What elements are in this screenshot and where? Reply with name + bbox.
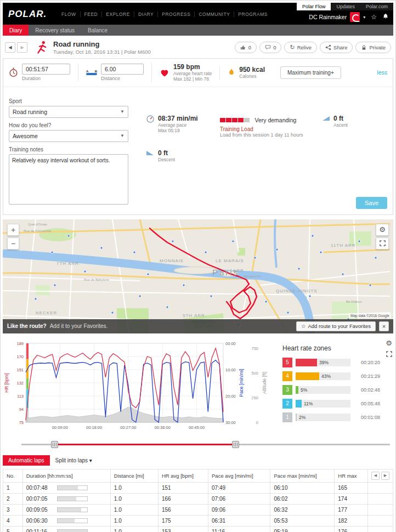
time-range-scrubber: [21, 440, 390, 450]
sport-select[interactable]: Road running▼: [9, 106, 128, 118]
lap-row-2[interactable]: 200:07:051.016607:0606:02174: [3, 493, 393, 504]
transit-dot: [232, 240, 234, 242]
heart-icon: [160, 68, 169, 77]
svg-text:00:45:00: 00:45:00: [189, 425, 205, 430]
zone-bar: 11%: [296, 400, 350, 408]
training-curves-chart[interactable]: 00:09:0000:18:0000:27:0000:36:0000:45:00…: [3, 339, 277, 439]
stat-duration: 00:51:57 Duration: [9, 64, 78, 81]
laps-scroll-left-button[interactable]: ◀: [371, 472, 380, 480]
descent-label: Descent: [158, 157, 175, 163]
laps-body: 100:07:481.015107:4906:10165200:07:051.0…: [3, 482, 393, 532]
transit-dot: [172, 240, 174, 242]
tab-automatic-laps[interactable]: Automatic laps: [3, 455, 50, 466]
svg-text:00:36:00: 00:36:00: [155, 425, 171, 430]
zone-row-2: 211%00:05:48: [282, 399, 384, 409]
add-route-to-favorites-button[interactable]: ☆ Add route to your Favorites: [296, 321, 376, 331]
share-button[interactable]: Share: [320, 42, 353, 53]
subnav-recovery-status[interactable]: Recovery status: [29, 25, 81, 36]
favorites-star-icon[interactable]: ☆: [371, 13, 377, 21]
tab-split-into-laps[interactable]: Split into laps ▾: [55, 457, 92, 463]
nav-explore[interactable]: EXPLORE: [102, 12, 134, 17]
avatar[interactable]: [350, 12, 360, 22]
site-tab-polar-flow[interactable]: Polar Flow: [297, 3, 331, 10]
like-button[interactable]: 0: [235, 42, 257, 53]
previous-session-button[interactable]: ◀: [5, 42, 15, 53]
chart-fullscreen-icon[interactable]: [386, 350, 392, 359]
session-subtitle: Tuesday, Oct 18, 2016 13:31 | Polar M600: [53, 49, 151, 55]
map-label: ARR.: [233, 268, 246, 273]
duration-label: Duration: [22, 76, 70, 81]
private-button[interactable]: Private: [355, 42, 391, 53]
map-zoom-in-button[interactable]: +: [7, 224, 19, 236]
map-label: LE MARAIS: [216, 258, 244, 263]
lap-duration-bar: [57, 507, 88, 512]
user-name[interactable]: DC Rainmaker: [309, 14, 347, 20]
subnav-diary[interactable]: Diary: [3, 25, 29, 36]
pace-value: 08:37 min/mi: [158, 115, 198, 122]
zone-row-3: 35%00:02:48: [282, 385, 384, 395]
scrubber-right-handle[interactable]: [232, 441, 239, 448]
chevron-down-icon: ▼: [120, 109, 125, 114]
save-button[interactable]: Save: [356, 197, 387, 209]
chart-settings-gear-icon[interactable]: ⚙: [386, 339, 392, 347]
polar-logo[interactable]: POLAR.: [8, 9, 47, 20]
map-zoom-out-button[interactable]: −: [7, 237, 19, 250]
nav-diary[interactable]: DIARY: [134, 12, 158, 17]
relive-button[interactable]: ↻ Relive: [284, 42, 317, 53]
lap-row-4[interactable]: 400:06:301.017506:3105:53182: [3, 515, 393, 526]
relive-icon: ↻: [290, 44, 295, 51]
transit-dot: [287, 312, 289, 314]
map-label: MONNAIE: [160, 258, 184, 263]
ascent-value: 0 ft: [333, 115, 348, 122]
training-benefit-button[interactable]: Maximum training+: [280, 66, 341, 79]
zone-percent: 39%: [319, 360, 329, 365]
close-banner-icon[interactable]: ×: [379, 321, 389, 331]
site-tab-updates[interactable]: Updates: [331, 3, 360, 10]
subnav-balance[interactable]: Balance: [81, 25, 114, 36]
load-rating: Very demanding: [254, 117, 296, 123]
distance-ab-icon: AB: [86, 70, 97, 75]
nav-progress[interactable]: PROGRESS: [158, 12, 195, 17]
nav-community[interactable]: COMMUNITY: [195, 12, 234, 17]
svg-text:Pace [min/mi]: Pace [min/mi]: [239, 369, 244, 397]
lap-duration-bar: [57, 496, 88, 501]
map-settings-gear-icon[interactable]: ⚙: [376, 224, 389, 236]
laps-col-header: Pace max [min/mi]: [270, 469, 335, 482]
scrubber-selected-range[interactable]: [54, 444, 235, 445]
notifications-bell-icon[interactable]: [382, 13, 389, 21]
transit-dot: [133, 251, 135, 253]
lap-duration-value: 00:11:16: [26, 529, 54, 532]
nav-programs[interactable]: PROGRAMS: [234, 12, 271, 17]
duration-input[interactable]: 00:51:57: [22, 64, 70, 75]
laps-scroll-right-button[interactable]: ▶: [381, 472, 389, 480]
lap-row-1[interactable]: 100:07:481.015107:4906:10165: [3, 482, 393, 493]
transit-dot: [205, 251, 207, 253]
lap-row-3[interactable]: 300:09:051.015609:0606:32177: [3, 504, 393, 515]
less-link[interactable]: less: [377, 69, 387, 76]
nav-feed[interactable]: FEED: [81, 12, 103, 17]
zone-fill: [296, 400, 302, 408]
nav-flow[interactable]: FLOW: [58, 12, 81, 17]
route-map[interactable]: ParisLE MARAIS11TH ARR.MONNAIE7TH ARR.AR…: [3, 219, 393, 333]
svg-text:189: 189: [16, 341, 24, 346]
feel-select[interactable]: Awesome▼: [9, 130, 128, 142]
scrubber-left-handle[interactable]: [51, 441, 58, 448]
map-fullscreen-icon[interactable]: [376, 237, 389, 250]
lap-row-5[interactable]: 500:11:161.015311:1605:19176: [3, 526, 393, 532]
next-session-button[interactable]: ▶: [17, 42, 27, 53]
comments-button[interactable]: 0: [259, 42, 281, 53]
distance-input[interactable]: 6.00: [101, 64, 144, 75]
site-tab-polar-com[interactable]: Polar.com: [360, 3, 393, 10]
training-notes-input[interactable]: Relatively easy interval workout of sort…: [9, 154, 128, 205]
zone-number: 5: [282, 358, 292, 367]
lap-no: 5: [3, 526, 23, 532]
zone-bar: 43%: [296, 372, 350, 380]
svg-text:10:00: 10:00: [225, 367, 236, 372]
svg-text:00:00: 00:00: [225, 341, 236, 346]
chevron-down-icon[interactable]: ▾: [363, 15, 365, 20]
sport-label: Sport: [9, 98, 146, 104]
flame-icon: [228, 67, 235, 77]
session-actions: 0 0 ↻ Relive Share Private: [235, 42, 391, 53]
lap-hr-avg: 156: [158, 504, 208, 515]
transit-dot: [100, 247, 103, 249]
